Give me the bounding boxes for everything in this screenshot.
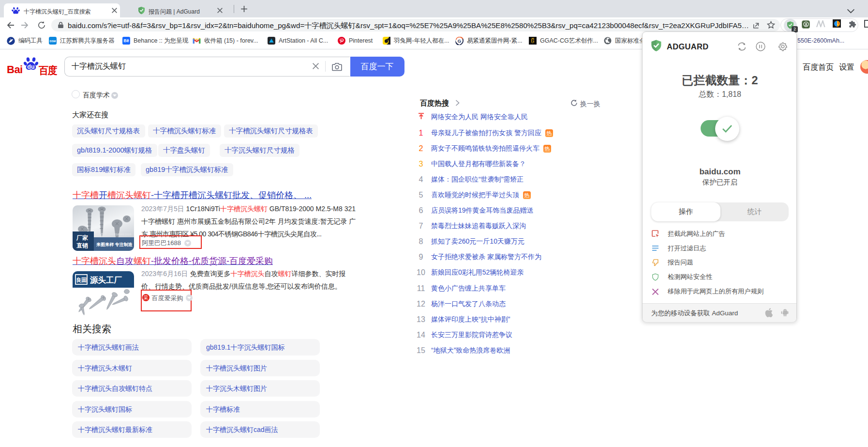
svg-text:du: du [27,63,34,70]
svg-text:厂家: 厂家 [76,234,88,241]
svg-text:来图来样 专注制造: 来图来样 专注制造 [96,242,133,247]
svg-text:G: G [458,38,461,43]
svg-text:DSM: DSM [50,40,56,43]
svg-text:良固: 良固 [76,277,87,283]
svg-text:源头工厂: 源头工厂 [90,276,122,284]
svg-text:直销: 直销 [76,242,88,249]
svg-text:Bē: Bē [124,38,129,43]
svg-text:本公司通过IATF16949:2016: 本公司通过IATF16949:2016 [95,232,132,236]
